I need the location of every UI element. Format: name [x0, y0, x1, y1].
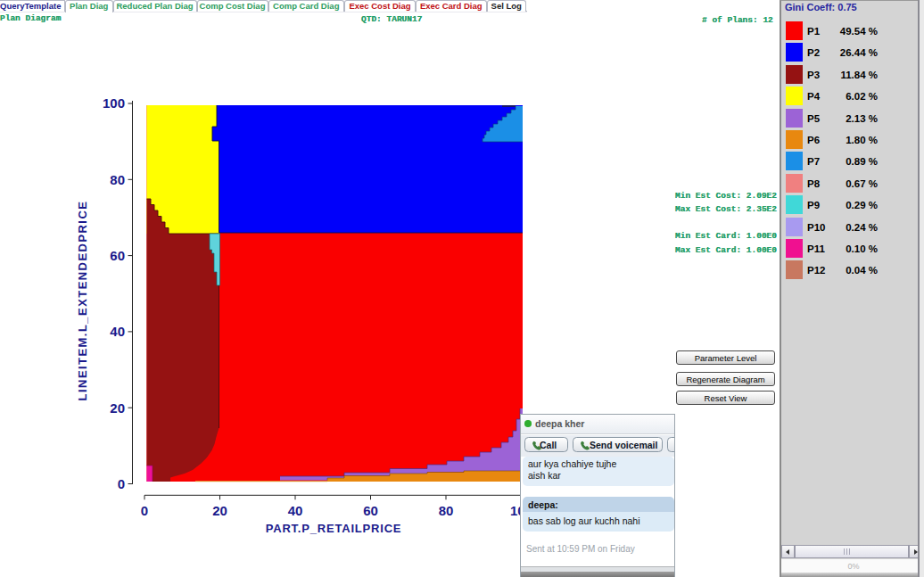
svg-text:40: 40 [288, 503, 303, 518]
svg-text:PART.P_RETAILPRICE: PART.P_RETAILPRICE [266, 522, 402, 535]
svg-text:60: 60 [110, 248, 125, 263]
svg-text:60: 60 [363, 503, 378, 518]
svg-text:20: 20 [110, 400, 125, 416]
svg-text:0: 0 [141, 503, 148, 518]
svg-text:80: 80 [439, 503, 454, 518]
svg-text:100: 100 [103, 95, 125, 111]
svg-text:0: 0 [118, 476, 125, 491]
svg-text:20: 20 [212, 503, 227, 518]
svg-text:LINEITEM.L_EXTENDEDPRICE: LINEITEM.L_EXTENDEDPRICE [76, 201, 89, 401]
svg-text:40: 40 [110, 324, 125, 339]
svg-text:80: 80 [110, 172, 125, 187]
